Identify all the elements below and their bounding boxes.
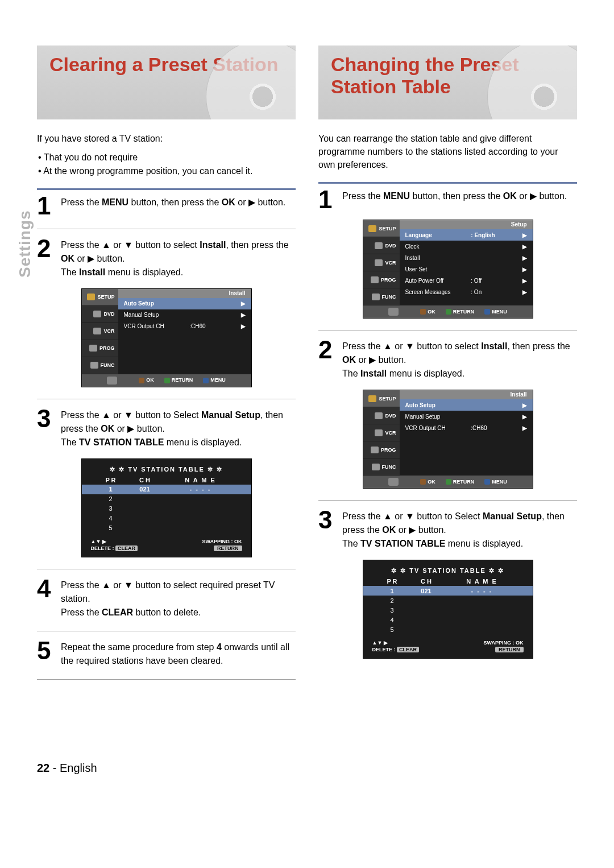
- tv-table-row: 2: [82, 494, 251, 504]
- tab-setup: SETUP: [82, 289, 118, 306]
- return-dot-icon: [164, 378, 170, 383]
- osd-header: Install: [400, 390, 533, 399]
- tab-dvd: DVD: [363, 407, 400, 424]
- osd-row: Screen Messages: On▶: [400, 286, 533, 297]
- step-4-left: 4 Press the ▲ or ▼ button to select requ…: [37, 577, 296, 619]
- right-column: Changing the Preset Station Table You ca…: [318, 46, 577, 688]
- tv-table-header: P RC HN A M E: [363, 578, 533, 586]
- step-1-right: 1 Press the MENU button, then press the …: [318, 188, 577, 211]
- tv-table-row: 3: [363, 605, 533, 615]
- osd-row: VCR Output CH:CH60▶: [118, 321, 251, 332]
- osd-footer: OK RETURN MENU: [363, 476, 533, 488]
- tab-prog: PROG: [363, 271, 400, 288]
- step-2-left: 2 Press the ▲ or ▼ button to select Inst…: [37, 237, 296, 279]
- tab-prog: PROG: [363, 441, 400, 458]
- bullet-list-left: That you do not require At the wrong pro…: [37, 151, 296, 178]
- divider: [37, 399, 296, 399]
- osd-row: VCR Output CH:CH60▶: [400, 422, 533, 433]
- func-icon: [372, 294, 380, 300]
- bullet-2: At the wrong programme position, you can…: [38, 164, 296, 178]
- divider: [318, 182, 577, 184]
- page-footer: 22 - English: [37, 762, 577, 775]
- step-number: 2: [37, 237, 55, 260]
- step-text: Press the ▲ or ▼ button to select Instal…: [342, 338, 577, 381]
- vcr-icon: [375, 429, 383, 436]
- divider: [37, 569, 296, 569]
- osd-row: Install▶: [400, 252, 533, 263]
- menu-dot-icon: [484, 309, 490, 315]
- tv-table-title: ✲ ✲ TV STATION TABLE ✲ ✲: [82, 466, 251, 473]
- osd-footer: OK RETURN MENU: [363, 305, 533, 318]
- step-text: Repeat the same procedure from step 4 on…: [61, 639, 296, 668]
- step-3-right: 3 Press the ▲ or ▼ button to Select Manu…: [318, 509, 577, 551]
- tab-prog: PROG: [82, 340, 118, 357]
- step-3-left: 3 Press the ▲ or ▼ button to Select Manu…: [37, 407, 296, 449]
- osd-row: User Set▶: [400, 263, 533, 275]
- step-1-left: 1 Press the MENU button, then press the …: [37, 195, 296, 217]
- tv-table-row: 3: [82, 504, 251, 514]
- step-text: Press the ▲ or ▼ button to Select Manual…: [342, 509, 577, 551]
- step-text: Press the ▲ or ▼ button to Select Manual…: [61, 407, 296, 449]
- divider: [37, 229, 296, 229]
- dpad-icon: [388, 308, 399, 316]
- divider: [318, 500, 577, 501]
- step-number: 3: [37, 407, 55, 430]
- step-text: Press the ▲ or ▼ button to select Instal…: [61, 237, 296, 279]
- dpad-icon: [107, 377, 117, 385]
- tv-table-footer-1: ▲▼ ▶SWAPPING : OK: [363, 634, 533, 647]
- osd-install-menu: SETUP DVD VCR PROG FUNC Install Auto Set…: [81, 288, 252, 387]
- divider: [318, 330, 577, 330]
- tv-table-row: 2: [363, 596, 533, 605]
- tab-setup: SETUP: [363, 390, 400, 407]
- osd-row: Auto Setup▶: [400, 399, 533, 411]
- vcr-icon: [375, 259, 383, 266]
- step-number: 4: [37, 577, 55, 600]
- step-number: 1: [318, 188, 337, 211]
- side-label-settings: Settings: [16, 210, 34, 278]
- tv-table-row: 5: [363, 625, 533, 634]
- step-text: Press the MENU button, then press the OK…: [342, 188, 567, 203]
- osd-install-menu: SETUP DVD VCR PROG FUNC Install Auto Set…: [363, 390, 533, 489]
- tv-table-footer-1: ▲▼ ▶SWAPPING : OK: [82, 533, 251, 545]
- dpad-icon: [388, 478, 399, 486]
- osd-tabs: SETUP DVD VCR PROG FUNC: [82, 289, 118, 374]
- vcr-icon: [93, 328, 101, 334]
- tab-vcr: VCR: [363, 424, 400, 441]
- tv-table-header: P RC HN A M E: [82, 477, 251, 485]
- ok-dot-icon: [139, 378, 144, 383]
- tv-table-title: ✲ ✲ TV STATION TABLE ✲ ✲: [363, 567, 533, 574]
- divider: [37, 631, 296, 631]
- osd-tabs: SETUP DVD VCR PROG FUNC: [363, 220, 400, 305]
- tab-dvd: DVD: [82, 306, 118, 323]
- dvd-icon: [375, 412, 383, 419]
- intro-right: You can rearrange the station table and …: [318, 132, 577, 172]
- tab-dvd: DVD: [363, 237, 400, 254]
- osd-row: Clock▶: [400, 241, 533, 252]
- osd-footer: OK RETURN MENU: [82, 374, 251, 387]
- osd-row: Language: English▶: [400, 229, 533, 241]
- divider: [37, 188, 296, 190]
- func-icon: [372, 464, 380, 470]
- menu-dot-icon: [203, 378, 209, 383]
- dvd-icon: [375, 242, 383, 249]
- tv-table-footer-2: DELETE : CLEARRETURN: [363, 647, 533, 655]
- prog-icon: [371, 276, 379, 283]
- step-number: 2: [318, 338, 337, 361]
- title-box-right: Changing the Preset Station Table: [318, 46, 577, 119]
- osd-header: Install: [118, 289, 251, 298]
- tv-table-row: 1021- - - -: [82, 485, 251, 494]
- return-dot-icon: [446, 309, 451, 315]
- tab-func: FUNC: [363, 458, 400, 476]
- tv-table-row: 1021- - - -: [363, 586, 533, 596]
- tv-table-row: 4: [363, 615, 533, 625]
- divider: [37, 679, 296, 680]
- osd-setup-menu: SETUP DVD VCR PROG FUNC Setup Language: …: [363, 220, 533, 319]
- osd-row: Auto Power Off: Off▶: [400, 275, 533, 286]
- tab-vcr: VCR: [363, 254, 400, 271]
- ok-dot-icon: [420, 479, 426, 485]
- osd-row: Manual Setup▶: [118, 309, 251, 321]
- tv-table-row: 5: [82, 523, 251, 533]
- tv-station-table: ✲ ✲ TV STATION TABLE ✲ ✲ P RC HN A M E 1…: [81, 458, 252, 557]
- step-2-right: 2 Press the ▲ or ▼ button to select Inst…: [318, 338, 577, 381]
- tab-vcr: VCR: [82, 323, 118, 340]
